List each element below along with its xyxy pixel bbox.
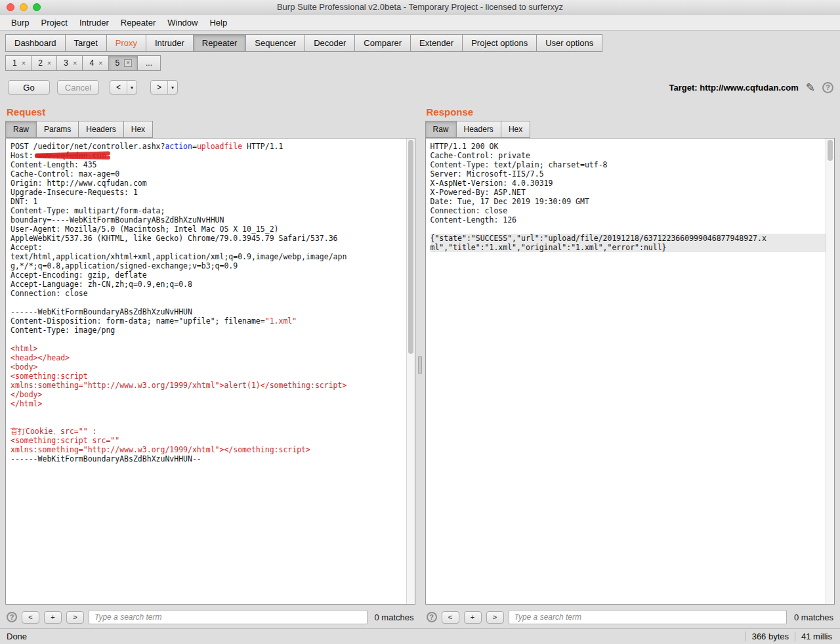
tab-target[interactable]: Target [65,34,107,52]
menu-window[interactable]: Window [161,18,203,28]
response-search-options-button[interactable]: + [464,611,482,624]
response-search-matches: 0 matches [794,612,833,622]
request-scrollbar[interactable] [406,139,415,604]
tab-proxy[interactable]: Proxy [106,34,146,52]
close-window-button[interactable] [7,3,14,11]
response-search-bar: ? < + > 0 matches [425,605,835,628]
code-segment: Cache-Control: private [430,151,530,160]
menu-project[interactable]: Project [35,18,73,28]
code-segment: <body> [10,362,38,372]
response-search-prev-button[interactable]: < [442,611,459,624]
minimize-window-button[interactable] [20,3,28,11]
request-line: Cache-Control: max-age=0 [10,169,406,179]
tab-project-options[interactable]: Project options [462,34,537,52]
menu-repeater[interactable]: Repeater [115,18,161,28]
edit-target-icon[interactable]: ✎ [806,82,815,93]
response-editor-text[interactable]: HTTP/1.1 200 OKCache-Control: privateCon… [426,139,826,604]
close-tab-icon[interactable]: × [73,60,77,67]
request-editor-text[interactable]: POST /ueditor/net/controller.ashx?action… [6,139,406,604]
repeater-tab-2[interactable]: 2× [31,55,57,71]
response-search-input[interactable] [509,610,788,624]
repeater-tab-more[interactable]: ... [137,55,161,71]
request-scrollbar-thumb[interactable] [408,140,413,354]
response-scrollbar[interactable] [826,139,834,604]
request-panel: Request RawParamsHeadersHex POST /uedito… [5,101,415,628]
tab-decoder[interactable]: Decoder [304,34,355,52]
request-title: Request [5,101,415,121]
go-button[interactable]: Go [8,80,50,95]
repeater-tab-5[interactable]: 5× [108,55,138,71]
response-tab-raw[interactable]: Raw [425,121,457,138]
response-line: {"state":"SUCCESS","url":"upload/file/20… [430,234,826,243]
burp-window: Burp Suite Professional v2.0beta - Tempo… [0,0,840,644]
close-tab-icon[interactable]: × [124,59,132,67]
request-tab-headers[interactable]: Headers [78,121,123,138]
request-search-prev-button[interactable]: < [22,611,39,624]
request-line: Content-Type: image/png [10,326,406,335]
request-line: <html> [10,344,406,353]
request-search-input[interactable] [89,610,368,624]
menu-help[interactable]: Help [203,18,233,28]
tab-dashboard[interactable]: Dashboard [5,34,66,52]
tab-user-options[interactable]: User options [536,34,602,52]
repeater-tab-4[interactable]: 4× [82,55,108,71]
request-line: xmlns:something="http://www.w3.org/1999/… [10,381,406,390]
forward-arrow-icon[interactable]: > [151,81,167,94]
request-line [10,408,406,418]
response-search-help-icon[interactable]: ? [427,612,437,622]
request-line: Content-Disposition: form-data; name="up… [10,316,406,326]
response-editor[interactable]: HTTP/1.1 200 OKCache-Control: privateCon… [425,138,835,605]
close-tab-icon[interactable]: × [47,60,51,67]
cancel-button[interactable]: Cancel [57,80,99,95]
menu-burp[interactable]: Burp [5,18,35,28]
forward-button[interactable]: > ▾ [150,80,178,95]
status-bytes: 366 bytes [752,632,789,641]
repeater-toolbar: Go Cancel < ▾ > ▾ Target: http://www.cqf… [0,71,840,101]
response-search-next-button[interactable]: > [486,611,504,624]
request-line: boundary=----WebKitFormBoundaryABsZdBhXz… [10,215,406,225]
response-scrollbar-thumb[interactable] [828,140,833,161]
zoom-window-button[interactable] [33,3,41,11]
request-tab-raw[interactable]: Raw [5,121,37,138]
request-search-help-icon[interactable]: ? [7,612,17,622]
tab-intruder[interactable]: Intruder [146,34,194,52]
response-line: HTTP/1.1 200 OK [430,142,826,151]
request-tab-hex[interactable]: Hex [123,121,153,138]
panel-splitter[interactable] [415,101,425,628]
request-search-next-button[interactable]: > [66,611,84,624]
request-line: g,*/*;q=0.8,application/signed-exchange;… [10,261,406,270]
message-panels: Request RawParamsHeadersHex POST /uedito… [0,101,840,628]
response-tab-headers[interactable]: Headers [456,121,501,138]
title-bar: Burp Suite Professional v2.0beta - Tempo… [0,0,840,14]
close-tab-icon[interactable]: × [22,60,26,67]
close-tab-icon[interactable]: × [98,60,102,67]
repeater-tab-1[interactable]: 1× [5,55,32,71]
request-line: Origin: http://www.cqfudan.com [10,179,406,188]
request-search-options-button[interactable]: + [44,611,62,624]
forward-dropdown-icon[interactable]: ▾ [167,81,177,94]
code-segment: Host: [10,151,38,160]
back-arrow-icon[interactable]: < [110,81,127,94]
back-button[interactable]: < ▾ [110,80,137,95]
menu-intruder[interactable]: Intruder [74,18,115,28]
tab-comparer[interactable]: Comparer [354,34,411,52]
request-editor[interactable]: POST /ueditor/net/controller.ashx?action… [5,138,415,605]
code-segment: Content-Length: 126 [430,215,517,225]
request-line: Content-Length: 435 [10,160,406,169]
status-time: 41 millis [801,632,832,641]
repeater-help-icon[interactable]: ? [822,82,833,93]
response-tab-hex[interactable]: Hex [501,121,530,138]
request-line: Content-Type: multipart/form-data; [10,206,406,215]
repeater-tab-3[interactable]: 3× [56,55,83,71]
code-segment: HTTP/1.1 200 OK [430,142,499,151]
request-line [10,335,406,344]
request-tab-params[interactable]: Params [36,121,79,138]
request-line: User-Agent: Mozilla/5.0 (Macintosh; Inte… [10,225,406,234]
back-dropdown-icon[interactable]: ▾ [127,81,136,94]
tab-repeater[interactable]: Repeater [193,34,246,52]
code-segment: "1.xml" [265,316,297,326]
redacted-host: www.cqfudan.com [38,151,106,160]
tab-sequencer[interactable]: Sequencer [245,34,305,52]
tab-extender[interactable]: Extender [410,34,463,52]
code-segment: Content-Type: multipart/form-data; [10,206,165,215]
